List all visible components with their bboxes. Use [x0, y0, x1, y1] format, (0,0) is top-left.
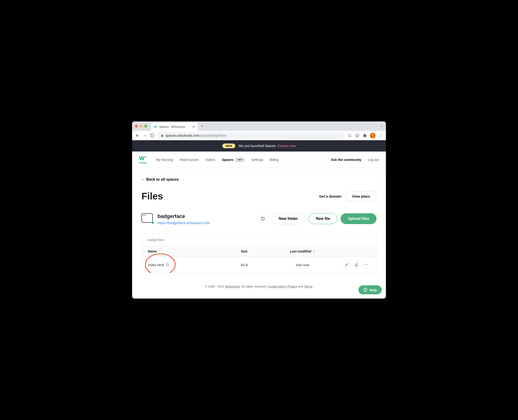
nav-forward-icon[interactable]: [142, 133, 147, 138]
nav-spaces[interactable]: Spaces NEW: [222, 158, 245, 162]
svg-text:W: W: [139, 156, 145, 161]
url-box[interactable]: spaces.w3schools.com/space/badgerface: [158, 132, 344, 139]
get-domain-link[interactable]: Get a domain: [319, 194, 342, 198]
column-name[interactable]: Name: [148, 249, 221, 253]
file-panel: badgerface Name Size Last modified ▼ ind…: [142, 233, 376, 273]
nav-billing[interactable]: Billing: [270, 158, 279, 162]
address-bar: spaces.w3schools.com/space/badgerface T: [132, 131, 386, 140]
announcement-link[interactable]: Explore now: [278, 144, 296, 148]
svg-marker-6: [356, 134, 359, 137]
status-dot-icon: [151, 221, 154, 224]
nav-new-pill: NEW: [235, 158, 245, 162]
copy-button[interactable]: [353, 261, 360, 269]
column-modified[interactable]: Last modified ▼: [268, 249, 337, 253]
svg-point-16: [367, 264, 368, 265]
more-actions-button[interactable]: [363, 261, 370, 269]
browser-tab[interactable]: W3 Spaces - W3schools ✕: [151, 123, 198, 131]
svg-line-5: [350, 136, 351, 137]
tab-title: Spaces - W3schools: [159, 125, 190, 128]
url-text: spaces.w3schools.com/space/badgerface: [166, 134, 226, 137]
svg-text:3: 3: [156, 125, 157, 127]
svg-point-15: [366, 264, 367, 265]
footer-brand-link[interactable]: W3schools: [225, 285, 240, 288]
extensions-icon[interactable]: [362, 133, 367, 138]
nav-logout[interactable]: Log out: [368, 158, 379, 162]
file-size: 40 B: [221, 263, 268, 267]
space-info: badgerface https://badgerface.w3spaces.c…: [142, 213, 210, 225]
svg-point-14: [365, 264, 366, 265]
table-header: Name Size Last modified ▼: [142, 246, 376, 257]
w3schools-logo[interactable]: W3 schools: [139, 156, 147, 164]
svg-point-18: [365, 291, 366, 291]
svg-point-7: [381, 134, 381, 135]
favorite-star-icon[interactable]: [166, 263, 169, 267]
view-plans-button[interactable]: View plans: [346, 191, 376, 201]
nav-back-icon[interactable]: [135, 133, 140, 138]
upload-files-button[interactable]: Upload files: [341, 213, 376, 224]
file-modified: Just now: [268, 263, 337, 267]
traffic-light-minimize[interactable]: [140, 125, 142, 128]
column-size[interactable]: Size: [221, 249, 268, 253]
tab-favicon: W3: [154, 125, 158, 129]
breadcrumb[interactable]: badgerface: [142, 234, 376, 246]
footer-cookie-link[interactable]: Cookie policy: [268, 285, 286, 288]
space-url-link[interactable]: https://badgerface.w3spaces.com: [158, 221, 210, 225]
lock-icon: [161, 134, 164, 137]
url-path: /space/badgerface: [199, 134, 226, 137]
traffic-light-maximize[interactable]: [144, 125, 147, 128]
new-badge: NEW: [222, 143, 235, 148]
svg-marker-12: [166, 263, 169, 266]
zoom-icon[interactable]: [347, 133, 352, 138]
page-body: NEW We just launched Spaces. Explore now…: [132, 140, 386, 299]
sort-descending-icon: ▼: [313, 250, 315, 253]
traffic-light-close[interactable]: [135, 125, 138, 128]
table-row[interactable]: index.html 40 B Just now: [142, 257, 376, 273]
svg-point-8: [381, 135, 381, 136]
browser-window: W3 Spaces - W3schools ✕ +: [132, 121, 386, 299]
footer-terms-link[interactable]: Terms: [304, 285, 312, 288]
nav-my-learning[interactable]: My learning: [156, 158, 173, 162]
refresh-button[interactable]: [257, 213, 268, 224]
nav-paid-courses[interactable]: Paid courses: [180, 158, 198, 162]
nav-settings[interactable]: Settings: [251, 158, 263, 162]
space-row: badgerface https://badgerface.w3spaces.c…: [142, 213, 376, 225]
svg-point-9: [381, 136, 381, 137]
content: Back to all spaces Files Get a domain Vi…: [132, 168, 386, 299]
back-to-spaces[interactable]: Back to all spaces: [142, 177, 376, 182]
tab-bar: W3 Spaces - W3schools ✕ +: [132, 121, 386, 131]
footer-privacy-link[interactable]: Privacy: [287, 285, 297, 288]
traffic-lights: [135, 125, 147, 128]
svg-rect-13: [356, 263, 358, 266]
nav-ask-community[interactable]: Ask the community: [331, 158, 361, 162]
profile-avatar[interactable]: T: [370, 133, 376, 138]
nav-reload-icon[interactable]: [150, 133, 155, 138]
browser-chrome: W3 Spaces - W3schools ✕ +: [132, 121, 386, 140]
new-file-button[interactable]: New file: [309, 213, 337, 224]
space-window-icon: [142, 213, 153, 223]
edit-button[interactable]: [343, 261, 350, 269]
svg-point-4: [348, 134, 351, 136]
footer: © 1999 - 2021 W3schools. All rights rese…: [142, 273, 376, 294]
svg-text:3: 3: [145, 156, 146, 158]
topnav: W3 schools My learning Paid courses Vide…: [132, 151, 386, 168]
space-name: badgerface: [158, 213, 210, 219]
action-row: New folder New file Upload files: [257, 213, 376, 224]
browser-menu-icon[interactable]: [378, 133, 383, 138]
page-title: Files: [142, 191, 163, 202]
announcement-bar: NEW We just launched Spaces. Explore now: [132, 140, 386, 151]
tabs-dropdown-icon[interactable]: [380, 125, 383, 128]
announcement-text: We just launched Spaces. Explore now: [239, 144, 296, 148]
new-tab-button[interactable]: +: [201, 124, 203, 129]
tab-close-icon[interactable]: ✕: [192, 125, 195, 129]
file-name: index.html: [148, 263, 164, 267]
logo-subtext: schools: [139, 162, 147, 164]
new-folder-button[interactable]: New folder: [271, 213, 305, 224]
page-header: Files Get a domain View plans: [142, 191, 376, 202]
url-domain: spaces.w3schools.com: [166, 134, 199, 137]
help-button[interactable]: Help: [358, 285, 382, 294]
bookmark-star-icon[interactable]: [355, 133, 360, 138]
header-actions: Get a domain View plans: [319, 191, 376, 201]
nav-videos[interactable]: Videos: [205, 158, 215, 162]
